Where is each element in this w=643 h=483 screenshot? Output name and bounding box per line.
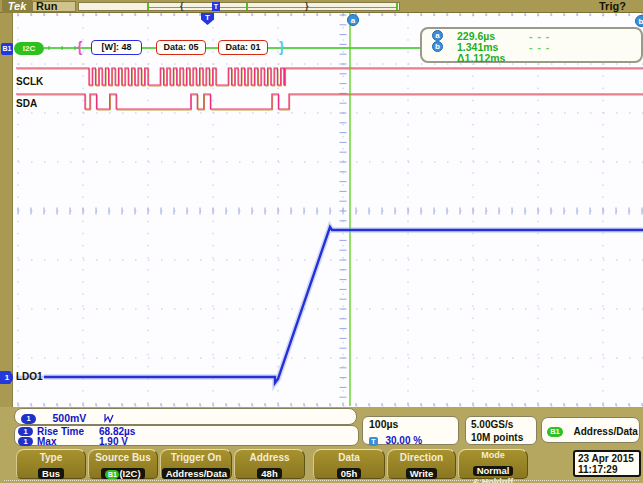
menu-type-button[interactable]: Type Bus	[16, 449, 86, 479]
timeline-mid-tick	[246, 3, 248, 10]
ch1-scale-value: 500mV	[52, 412, 86, 424]
bus-b1-badge[interactable]: B1	[1, 43, 13, 55]
decode-address-box[interactable]: [W]: 48	[91, 40, 142, 55]
bus-trigger-label: Address/Data	[573, 426, 637, 437]
coupling-icon	[103, 413, 115, 423]
sda-label: SDA	[15, 98, 38, 109]
menu-source-bus-title: Source Bus	[89, 452, 157, 463]
date-value: 23 Apr 2015	[578, 453, 639, 464]
cursor-b-marker[interactable]: b	[635, 15, 643, 27]
trigger-position-value: 30.00 %	[385, 435, 422, 446]
sda-trace	[16, 94, 643, 109]
timeline-trigger-marker[interactable]: T	[212, 2, 220, 11]
timebase-value: 100µs	[369, 418, 458, 430]
time-value: 11:17:29	[578, 464, 639, 475]
ldo1-label: LDO1	[15, 371, 44, 382]
ch1-badge: 1	[21, 414, 36, 424]
waveform-canvas	[13, 13, 643, 407]
datetime-box: 23 Apr 2015 11:17:29	[573, 450, 641, 477]
ch1-scale-readout[interactable]: 1 500mV	[14, 408, 357, 425]
timeline-end-tick	[396, 3, 398, 10]
oscilloscope-screen: Tek Run { } T Trig? B1 1 I2C { [W]: 48 D…	[0, 0, 643, 483]
timeline-record-line	[147, 7, 397, 9]
measurement-readout[interactable]: 1 Rise Time 68.82µs 1 Max 1.90 V	[14, 425, 359, 446]
menu-mode-title: Mode	[459, 451, 527, 460]
cursor-b-amplitude: - - -	[529, 41, 550, 53]
menu-address-title: Address	[235, 452, 304, 463]
menu-type-value: Bus	[38, 468, 64, 479]
cursor-readout-box: a 229.6µs - - - b 1.341ms - - - Δ1.112ms	[420, 27, 643, 63]
menu-address-button[interactable]: Address 48h	[234, 449, 305, 479]
menu-data-title: Data	[314, 452, 384, 463]
decode-data1-box[interactable]: Data: 05	[156, 40, 206, 55]
sclk-trace	[16, 68, 643, 85]
tek-logo: Tek	[2, 0, 32, 13]
i2c-bus-chip[interactable]: I2C	[14, 42, 44, 55]
menu-source-bus-button[interactable]: Source Bus B1(I2C)	[88, 449, 158, 479]
timeline-start-tick	[147, 3, 149, 10]
menu-data-value: 05h	[337, 468, 361, 479]
menu-data-button[interactable]: Data 05h	[313, 449, 385, 479]
timeline-close-brace: }	[305, 1, 309, 12]
meas2-value: 1.90 V	[99, 436, 128, 447]
acquisition-status: Run	[36, 0, 57, 13]
left-edge-strip	[0, 13, 13, 407]
menu-mode-button[interactable]: Mode Normal & Holdoff	[458, 449, 528, 479]
meas2-name: Max	[37, 436, 99, 447]
meas1-source-badge: 1	[18, 427, 33, 436]
ldo1-trace	[16, 227, 643, 383]
menu-b1-badge: B1	[105, 470, 119, 479]
menu-direction-title: Direction	[388, 452, 455, 463]
cursor-b-time: 1.341ms	[457, 41, 529, 53]
bottom-divider	[4, 480, 639, 481]
cursor-delta-readout: Δ1.112ms	[457, 52, 641, 64]
menu-mode-value: Normal	[473, 466, 514, 476]
menu-type-title: Type	[17, 452, 85, 463]
record-view-timeline[interactable]: { } T	[78, 2, 400, 11]
cursor-a-marker[interactable]: a	[347, 14, 359, 26]
bottom-readout-area: 1 500mV 1 Rise Time 68.82µs 1 Max 1.90 V…	[0, 407, 643, 483]
menu-trigger-on-button[interactable]: Trigger On Address/Data	[160, 449, 232, 479]
meas1-value: 68.82µs	[99, 426, 135, 437]
meas2-source-badge: 1	[18, 437, 33, 446]
sample-rate: 5.00GS/s	[471, 418, 536, 431]
decode-close-brace: }	[279, 38, 284, 56]
bus-trigger-readout[interactable]: B1 Address/Data	[541, 417, 640, 443]
cursor-b-id: b	[432, 41, 443, 52]
menu-direction-button[interactable]: Direction Write	[387, 449, 456, 479]
acquisition-readout[interactable]: 5.00GS/s 10M points	[465, 416, 537, 445]
cursor-a-id: a	[432, 30, 443, 41]
sclk-label: SCLK	[15, 76, 44, 87]
menu-trigger-on-title: Trigger On	[161, 452, 231, 463]
meas1-name: Rise Time	[37, 426, 99, 437]
bus-badge: B1	[547, 427, 563, 437]
trigger-position-icon: T	[369, 437, 378, 446]
decode-data2-box[interactable]: Data: 01	[218, 40, 268, 55]
menu-source-bus-text: (I2C)	[119, 468, 140, 479]
trigger-status-label: Trig?	[599, 0, 626, 13]
horizontal-readout[interactable]: 100µs T 30.00 %	[362, 416, 459, 445]
menu-address-value: 48h	[257, 468, 281, 479]
menu-trigger-on-value: Address/Data	[162, 468, 231, 479]
menu-direction-value: Write	[406, 468, 438, 479]
timeline-open-brace: {	[180, 1, 184, 12]
graticule: I2C { [W]: 48 Data: 05 Data: 01 } SCLK S…	[13, 13, 643, 407]
decode-open-brace: {	[77, 38, 82, 56]
record-length: 10M points	[471, 431, 536, 444]
menu-source-bus-value: B1(I2C)	[101, 468, 144, 479]
